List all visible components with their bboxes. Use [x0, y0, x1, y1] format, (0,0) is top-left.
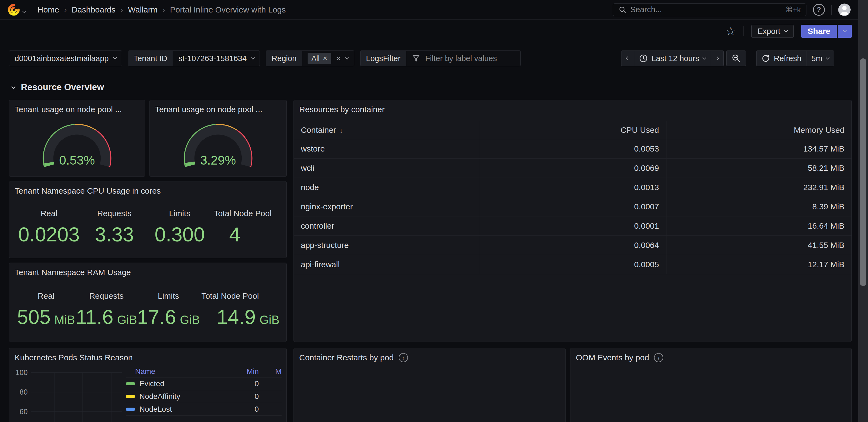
breadcrumb-separator-icon — [64, 5, 67, 15]
breadcrumb-dashboards[interactable]: Dashboards — [72, 5, 116, 15]
panel-title[interactable]: Container Restarts by pod — [294, 348, 565, 366]
refresh-button[interactable]: Refresh — [756, 51, 807, 66]
row-resource-overview[interactable]: Resource Overview — [12, 82, 104, 92]
zoom-out-time-button[interactable] — [727, 51, 746, 66]
panel-title[interactable]: Tenant Namespace RAM Usage — [9, 263, 286, 280]
magnifier-minus-icon — [732, 54, 741, 63]
info-icon[interactable] — [654, 353, 663, 362]
panel-title[interactable]: OOM Events by pod — [570, 348, 851, 366]
grafana-logo[interactable] — [8, 3, 20, 16]
gauge-chart: 3.29% — [150, 115, 286, 177]
stat-label: Limits — [158, 290, 179, 302]
series-color-swatch — [126, 382, 135, 385]
tenant-id-value: st-107263-1581634 — [179, 54, 247, 63]
stat-unit: GiB — [117, 313, 137, 327]
share-label: Share — [808, 27, 830, 36]
remove-chip-icon[interactable] — [323, 54, 327, 63]
panel-title-text: Container Restarts by pod — [299, 353, 394, 362]
scrollbar-thumb[interactable] — [860, 58, 866, 286]
app-dropdown[interactable]: d0001ainboxatestmailaapp — [9, 51, 122, 66]
column-header-cpu-used[interactable]: CPU Used — [479, 121, 666, 139]
stat-label: Requests — [97, 208, 131, 219]
zoom-out-group — [726, 51, 746, 66]
scrollbar-track[interactable] — [858, 0, 868, 422]
export-button[interactable]: Export — [751, 25, 794, 38]
breadcrumb-home[interactable]: Home — [37, 5, 59, 15]
table-cell: node — [294, 177, 479, 197]
dashboard-variables: d0001ainboxatestmailaapp Tenant ID st-10… — [9, 51, 521, 66]
search-input[interactable] — [630, 5, 782, 14]
stat: Requests11.6GiB — [76, 282, 137, 337]
gauge-value: 0.53% — [59, 153, 95, 167]
logsfilter-field[interactable] — [406, 51, 520, 66]
stat-value: 0.300 — [155, 223, 205, 246]
stat-number: 11.6 — [76, 306, 113, 329]
favorite-star-icon[interactable] — [725, 26, 736, 37]
legend-header-max[interactable]: M — [259, 367, 282, 376]
series-color-swatch — [126, 395, 135, 398]
variable-tenant-id: Tenant ID st-107263-1581634 — [128, 51, 260, 66]
stat-value: 17.6GiB — [137, 306, 199, 329]
time-range-picker[interactable]: Last 12 hours — [634, 51, 711, 66]
chevron-left-icon — [626, 56, 629, 60]
panel-title[interactable]: Tenant Namespace CPU Usage in cores — [9, 181, 286, 199]
share-button[interactable]: Share — [801, 25, 837, 38]
stat-number: 3.33 — [95, 223, 134, 246]
legend-header-min[interactable]: Min — [223, 367, 259, 376]
chevron-down-icon — [703, 56, 706, 59]
stat-value: 11.6GiB — [76, 306, 137, 329]
chevron-down-icon — [784, 29, 788, 32]
stat-number: 505 — [17, 306, 51, 329]
collapse-chevron-icon — [11, 84, 16, 89]
global-search[interactable]: ⌘+k — [613, 3, 806, 16]
stat-unit: MiB — [55, 313, 75, 327]
refresh-icon — [762, 54, 770, 63]
org-switcher-chevron-icon[interactable] — [23, 5, 26, 15]
region-chip-all[interactable]: All — [308, 53, 331, 64]
legend-series-name[interactable]: Evicted — [140, 379, 223, 388]
region-label: Region — [266, 51, 302, 66]
panel-title[interactable]: Tenant usage on node pool ... — [150, 100, 286, 117]
breadcrumb-folder[interactable]: Wallarm — [128, 5, 158, 15]
legend-header-name[interactable]: Name — [135, 367, 223, 376]
time-shift-back-button[interactable] — [621, 51, 634, 66]
nav-divider — [831, 5, 832, 15]
logsfilter-label: LogsFilter — [361, 51, 406, 66]
table-body: wstore0.0053134.57 MiBwcli0.006958.21 Mi… — [294, 139, 851, 274]
panel-tenant-cpu-usage: Tenant Namespace CPU Usage in cores Real… — [9, 181, 287, 258]
table-cell: 0.0005 — [479, 255, 666, 274]
top-nav: Home Dashboards Wallarm Portal Inline Ov… — [0, 0, 858, 20]
export-label: Export — [757, 27, 780, 36]
panel-title[interactable]: Tenant usage on node pool ... — [9, 100, 145, 117]
table-cell: 134.57 MiB — [666, 139, 851, 158]
time-controls: Last 12 hours Refresh 5m — [621, 51, 834, 66]
info-icon[interactable] — [399, 353, 408, 362]
clear-selection-icon[interactable] — [336, 54, 341, 63]
breadcrumb-separator-icon — [120, 5, 123, 15]
column-header-container[interactable]: Container — [294, 121, 479, 139]
stat: Limits0.300 — [147, 200, 212, 254]
table-row: app-structure0.006441.55 MiB — [294, 235, 851, 255]
share-split-button: Share — [801, 25, 852, 38]
panel-oom-events: OOM Events by pod — [570, 348, 852, 422]
sort-desc-icon — [336, 125, 343, 134]
panel-title[interactable]: Kubernetes Pods Status Reason — [9, 348, 286, 366]
stat-number: 14.9 — [217, 306, 256, 329]
chevron-right-icon — [715, 56, 719, 60]
share-options-button[interactable] — [838, 25, 852, 38]
chevron-down-icon — [843, 29, 846, 32]
breadcrumb-current-dashboard: Portal Inline Overview with Logs — [170, 5, 286, 15]
time-shift-forward-button[interactable] — [711, 51, 723, 66]
chevron-down-icon — [251, 56, 255, 59]
user-avatar[interactable] — [838, 3, 850, 16]
chevron-down-icon — [345, 56, 349, 59]
logsfilter-input[interactable] — [425, 54, 515, 63]
help-icon[interactable] — [813, 4, 825, 16]
panel-title[interactable]: Resources by container — [294, 100, 851, 117]
legend-series-name[interactable]: NodeAffinity — [140, 392, 223, 401]
refresh-interval-dropdown[interactable]: 5m — [806, 51, 834, 66]
tenant-id-dropdown[interactable]: st-107263-1581634 — [173, 51, 260, 66]
region-dropdown[interactable]: All — [302, 51, 354, 66]
column-header-memory-used[interactable]: Memory Used — [666, 121, 851, 139]
legend-series-name[interactable]: NodeLost — [140, 405, 223, 414]
